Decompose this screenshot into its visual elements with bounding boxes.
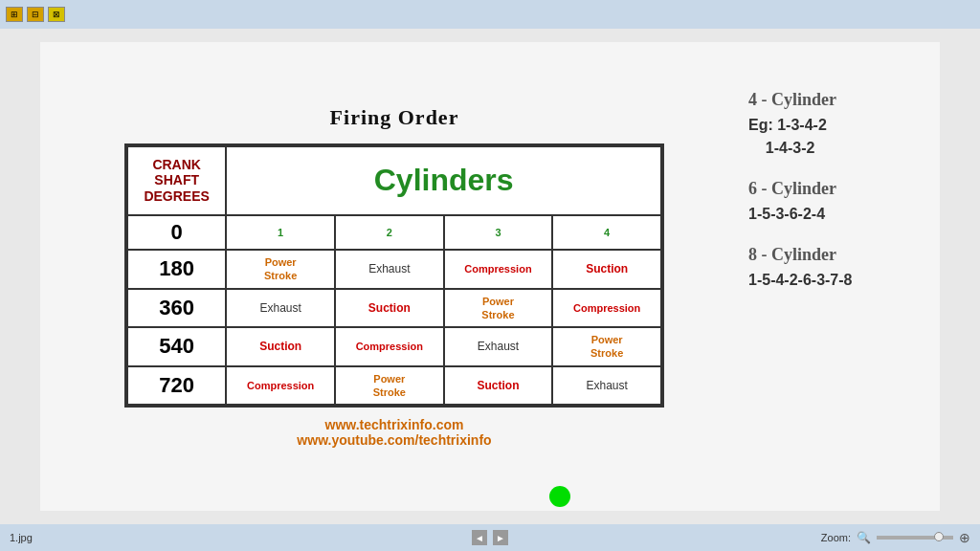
zoom-in-icon[interactable]: ⊕ xyxy=(959,530,970,545)
topbar-btn1[interactable]: ⊞ xyxy=(6,7,23,22)
cyl-2-header: 2 xyxy=(335,215,444,250)
crankshaft-header: CRANKSHAFTDEGREES xyxy=(127,146,226,215)
table-row-180: 180 PowerStroke Exhaust Compression Suct… xyxy=(127,250,661,289)
cyl-3-header: 3 xyxy=(444,215,553,250)
content-wrapper: CRANKSHAFTDEGREES Cylinders 0 1 2 3 4 xyxy=(124,143,664,408)
inner-content: Firing Order CRANKSHAFTDEGREES Cylinders xyxy=(40,42,940,511)
cell-180-1: PowerStroke xyxy=(226,250,335,289)
bottom-bar: 1.jpg ◄ ► Zoom: 🔍 ⊕ xyxy=(0,524,980,551)
six-cyl-order: 1-5-3-6-2-4 xyxy=(748,203,921,226)
zoom-section: Zoom: 🔍 ⊕ xyxy=(650,530,970,545)
topbar-btn3[interactable]: ⊠ xyxy=(48,7,65,22)
cell-180-2: Exhaust xyxy=(335,250,444,289)
firing-order-table: CRANKSHAFTDEGREES Cylinders 0 1 2 3 4 xyxy=(124,143,664,408)
degree-360: 360 xyxy=(127,289,226,328)
table-row-720: 720 Compression PowerStroke Suction Exha… xyxy=(127,366,661,406)
degree-180: 180 xyxy=(127,250,226,289)
website-line1: www.techtrixinfo.com xyxy=(297,417,491,432)
four-cyl-order: Eg: 1-3-4-2 1-4-3-2 xyxy=(748,114,921,160)
bottom-nav: ◄ ► xyxy=(330,530,651,545)
cell-360-4: Compression xyxy=(552,289,661,328)
cell-180-3: Compression xyxy=(444,250,553,289)
eight-cylinder-group: 8 - Cylinder 1-5-4-2-6-3-7-8 xyxy=(748,245,921,292)
website-line2: www.youtube.com/techtrixinfo xyxy=(297,432,491,448)
cell-180-4: Suction xyxy=(552,250,661,289)
cell-360-1: Exhaust xyxy=(226,289,335,328)
cell-720-4: Exhaust xyxy=(552,366,661,406)
table-row-540: 540 Suction Compression Exhaust PowerStr… xyxy=(127,327,661,366)
cell-540-4: PowerStroke xyxy=(552,327,661,366)
cell-540-3: Exhaust xyxy=(444,327,553,366)
nav-next-btn[interactable]: ► xyxy=(493,530,508,545)
crankshaft-label: CRANKSHAFTDEGREES xyxy=(144,157,209,205)
filename-label: 1.jpg xyxy=(10,532,330,543)
zoom-thumb xyxy=(934,532,944,541)
nav-prev-btn[interactable]: ◄ xyxy=(472,530,487,545)
degree-0: 0 xyxy=(127,215,226,250)
table-row-0: 0 1 2 3 4 xyxy=(127,215,661,250)
cell-720-1: Compression xyxy=(226,366,335,406)
degree-540: 540 xyxy=(127,327,226,366)
zoom-label: Zoom: xyxy=(821,532,851,543)
table-header-row: CRANKSHAFTDEGREES Cylinders xyxy=(127,146,661,215)
cell-540-1: Suction xyxy=(226,327,335,366)
six-cylinder-group: 6 - Cylinder 1-5-3-6-2-4 xyxy=(748,179,921,226)
table-row-360: 360 Exhaust Suction PowerStroke Compress… xyxy=(127,289,661,328)
four-cyl-title: 4 - Cylinder xyxy=(748,90,921,110)
left-section: Firing Order CRANKSHAFTDEGREES Cylinders xyxy=(59,105,729,449)
eight-cyl-title: 8 - Cylinder xyxy=(748,245,921,265)
cylinders-header: Cylinders xyxy=(226,146,661,215)
page-title: Firing Order xyxy=(330,105,459,130)
zoom-out-icon[interactable]: 🔍 xyxy=(857,531,871,544)
degree-720: 720 xyxy=(127,366,226,406)
zoom-slider[interactable] xyxy=(877,536,953,540)
cell-720-2: PowerStroke xyxy=(335,366,444,406)
main-content: Firing Order CRANKSHAFTDEGREES Cylinders xyxy=(0,29,980,524)
websites: www.techtrixinfo.com www.youtube.com/tec… xyxy=(297,417,491,448)
top-bar: ⊞ ⊟ ⊠ xyxy=(0,0,980,29)
cursor xyxy=(549,486,570,507)
cell-720-3: Suction xyxy=(444,366,553,406)
four-cylinder-group: 4 - Cylinder Eg: 1-3-4-2 1-4-3-2 xyxy=(748,90,921,160)
eight-cyl-order: 1-5-4-2-6-3-7-8 xyxy=(748,269,921,292)
six-cyl-title: 6 - Cylinder xyxy=(748,179,921,199)
right-section: 4 - Cylinder Eg: 1-3-4-2 1-4-3-2 6 - Cyl… xyxy=(729,52,921,292)
cell-540-2: Compression xyxy=(335,327,444,366)
cell-360-3: PowerStroke xyxy=(444,289,553,328)
topbar-btn2[interactable]: ⊟ xyxy=(27,7,44,22)
cyl-1-header: 1 xyxy=(226,215,335,250)
cyl-4-header: 4 xyxy=(552,215,661,250)
cell-360-2: Suction xyxy=(335,289,444,328)
